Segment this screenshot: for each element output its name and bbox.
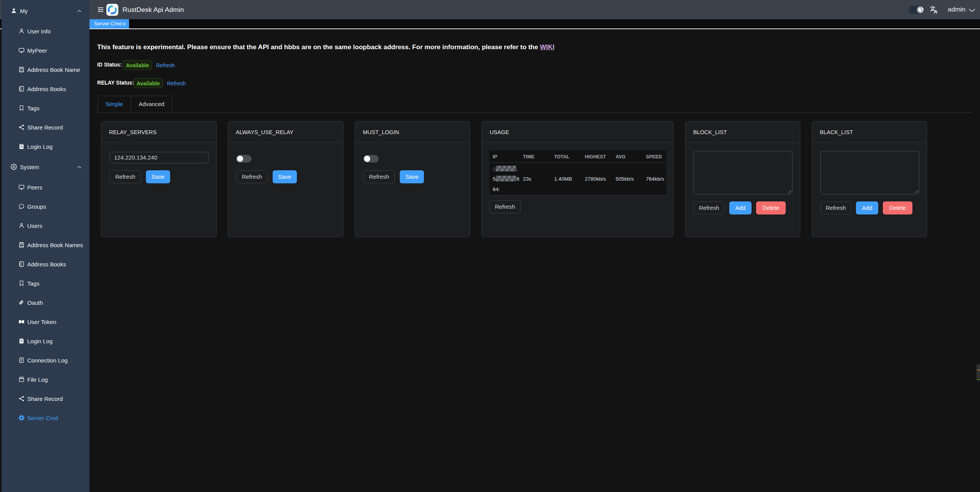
- svg-text:A: A: [934, 9, 938, 14]
